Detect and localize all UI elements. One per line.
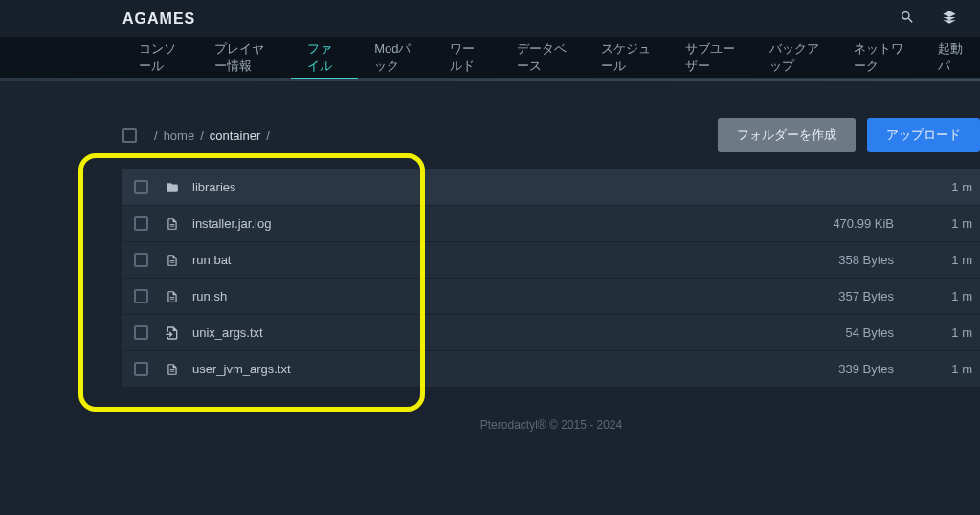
file-size: 470.99 KiB [760, 216, 923, 231]
svg-rect-1 [170, 225, 175, 226]
top-icons [900, 10, 961, 28]
nav-tab-8[interactable]: バックアップ [753, 37, 837, 78]
row-checkbox[interactable] [134, 362, 148, 376]
file-row[interactable]: run.bat358 Bytes1 m [122, 242, 980, 279]
file-import-icon [164, 325, 181, 342]
nav-tab-10[interactable]: 起動パ [922, 37, 980, 78]
file-name: unix_args.txt [192, 325, 760, 340]
svg-rect-0 [170, 224, 175, 225]
svg-rect-2 [170, 260, 175, 261]
row-checkbox[interactable] [134, 253, 148, 267]
file-time: 1 m [923, 325, 980, 340]
file-name: user_jvm_args.txt [192, 362, 760, 376]
toolbar-row: / home / container / フォルダーを作成 アップロード [122, 118, 980, 152]
svg-rect-3 [170, 261, 175, 262]
file-icon [164, 215, 181, 233]
file-time: 1 m [923, 216, 980, 231]
file-icon [164, 252, 181, 269]
upload-button[interactable]: アップロード [867, 118, 980, 152]
file-icon [164, 361, 181, 378]
file-row[interactable]: installer.jar.log470.99 KiB1 m [122, 206, 980, 242]
nav-tab-6[interactable]: スケジュール [585, 37, 669, 78]
file-size: 357 Bytes [760, 289, 923, 303]
file-time: 1 m [923, 362, 980, 376]
nav-tab-3[interactable]: Modパック [358, 37, 434, 78]
breadcrumb-container[interactable]: container [210, 128, 260, 143]
breadcrumb-sep: / [154, 128, 158, 143]
file-icon [164, 288, 181, 305]
file-name: run.sh [192, 289, 760, 303]
navbar: コンソールプレイヤー情報ファイルModパックワールドデータベーススケジュールサブ… [0, 37, 980, 79]
row-checkbox[interactable] [134, 180, 148, 194]
folder-icon [164, 179, 181, 196]
svg-rect-7 [170, 370, 175, 371]
layers-icon[interactable] [942, 10, 957, 28]
file-time: 1 m [923, 180, 980, 194]
nav-tab-9[interactable]: ネットワーク [837, 37, 922, 78]
file-size: 54 Bytes [760, 325, 923, 340]
svg-rect-5 [170, 298, 175, 299]
nav-tab-7[interactable]: サブユーザー [669, 37, 753, 78]
nav-tab-2[interactable]: ファイル [291, 37, 358, 78]
select-all-checkbox[interactable] [122, 128, 137, 143]
nav-tab-0[interactable]: コンソール [122, 37, 198, 78]
file-name: run.bat [192, 253, 760, 267]
breadcrumb-sep: / [200, 128, 204, 143]
file-name: libraries [192, 180, 760, 194]
file-row[interactable]: libraries1 m [122, 169, 980, 206]
search-icon[interactable] [900, 10, 915, 28]
file-time: 1 m [923, 253, 980, 267]
create-folder-button[interactable]: フォルダーを作成 [718, 118, 856, 152]
file-size: 339 Bytes [760, 362, 923, 376]
topbar: AGAMES [0, 0, 980, 37]
file-row[interactable]: unix_args.txt54 Bytes1 m [122, 315, 980, 351]
brand: AGAMES [122, 11, 900, 28]
svg-rect-4 [170, 297, 175, 298]
row-checkbox[interactable] [134, 289, 148, 303]
file-list: libraries1 minstaller.jar.log470.99 KiB1… [122, 169, 980, 388]
footer-text: Pterodactyl® © 2015 - 2024 [122, 418, 980, 432]
file-time: 1 m [923, 289, 980, 303]
row-checkbox[interactable] [134, 216, 148, 231]
breadcrumb: / home / container / [154, 128, 270, 143]
nav-tab-1[interactable]: プレイヤー情報 [198, 37, 291, 78]
nav-tab-5[interactable]: データベース [501, 37, 585, 78]
content: / home / container / フォルダーを作成 アップロード lib… [0, 81, 980, 432]
file-row[interactable]: run.sh357 Bytes1 m [122, 279, 980, 315]
file-name: installer.jar.log [192, 216, 760, 231]
file-row[interactable]: user_jvm_args.txt339 Bytes1 m [122, 351, 980, 388]
row-checkbox[interactable] [134, 325, 148, 340]
nav-tab-4[interactable]: ワールド [434, 37, 501, 78]
breadcrumb-home[interactable]: home [164, 128, 195, 143]
breadcrumb-sep: / [266, 128, 270, 143]
svg-rect-6 [170, 369, 175, 370]
file-size: 358 Bytes [760, 253, 923, 267]
